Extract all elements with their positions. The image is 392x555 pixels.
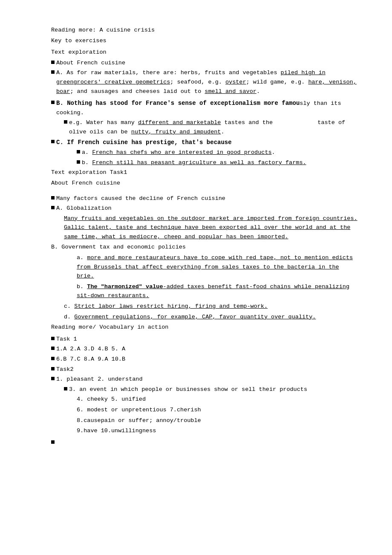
para-c-content: C. If French cuisine has prestige, that'… (56, 138, 232, 147)
item-c2-underline: Strict labor laws restrict hiring, firin… (74, 303, 268, 309)
item-a-content: a. French has chefs who are interested i… (82, 148, 275, 157)
task2-item-2: 3. an event in which people or businesse… (69, 385, 307, 394)
para-a2-body: Many fruits and vegetables on the outdoo… (64, 214, 358, 242)
task1-label: Task 1 (56, 335, 77, 344)
para-a-text4: ; and sausages and cheeses laid out to (70, 88, 205, 95)
bullet-icon-item-b (77, 160, 80, 164)
bullet-icon-task1 (51, 337, 55, 340)
eg-underline2: nutty, fruity and impudent (131, 129, 221, 135)
para-a-content: A. As for raw materials, there are: herb… (56, 68, 358, 96)
task1-answers2: 6.B 7.C 8.A 9.A 10.B (56, 355, 125, 364)
bullet-icon-task2-item2 (64, 387, 67, 390)
item-a2-content: a. more and more restaurateurs have to c… (77, 253, 358, 281)
bullet-icon-a (51, 70, 55, 74)
para-many-factors: Many factors caused the decline of Frenc… (56, 194, 225, 203)
bullet-icon-task1-answers2 (51, 357, 55, 360)
para-c-text: C. If French cuisine has prestige, that'… (56, 139, 232, 146)
about-french-cuisine2: About French cuisine (51, 179, 358, 188)
task1-answers: 1.A 2.A 3.D 4.B 5. A (56, 344, 125, 354)
para-a-label: A. As for raw materials, there are: herb… (56, 69, 281, 76)
para-a-text5: . (257, 88, 260, 95)
bullet-icon-b (51, 101, 55, 104)
para-a-underline2: oyster (225, 79, 246, 85)
item-a2-underline: more and more restaurateurs have to cope… (77, 254, 353, 279)
para-a-underline4: smell and savor (205, 88, 257, 95)
para-a-text2: ; seafood, e.g. (170, 79, 225, 85)
item-b-content: b. French still has peasant agriculture … (82, 158, 306, 168)
task2-item-4: 6. modest or unpretentious 7.cherish (77, 405, 358, 415)
task2-item-6: 9.have 10.unwillingness (77, 426, 358, 436)
item-d2-underline: Government regulations, for example, CAP… (74, 314, 316, 320)
item-a-underline: French has chefs who are interested in g… (92, 149, 271, 156)
item-b-underline: French still has peasant agriculture as … (92, 159, 306, 166)
para-b2-content: B. Government tax and economic policies (51, 243, 358, 252)
bullet-icon-c (51, 140, 55, 143)
bullet-icon-task2 (51, 367, 55, 370)
para-a2-underline: Many fruits and vegetables on the outdoo… (64, 215, 357, 240)
bullet-icon-task1-answers (51, 347, 55, 350)
title: Reading more: A cuisine crisis (51, 26, 358, 35)
task2-item-3: 4. cheeky 5. unified (77, 395, 358, 404)
bullet-icon-many (51, 196, 55, 199)
text-exploration-task1: Text exploration Task1 (51, 168, 358, 177)
task2-item-1: 1. pleasant 2. understand (56, 375, 143, 384)
task2-item-5: 8.causepain or suffer; annoy/trouble (77, 416, 358, 425)
reading-more-vocab: Reading more/ Vocabulary in action (51, 323, 358, 332)
bullet-icon (51, 61, 55, 64)
item-b2-bold-underline: The "harmonized" value (87, 283, 163, 290)
para-b-content: B. Nothing has stood for France's sense … (56, 98, 358, 117)
bullet-icon-a2 (51, 206, 55, 209)
item-d2-content: d. Government regulations, for example, … (64, 312, 358, 322)
bullet-icon-task2-item1 (51, 377, 55, 380)
para-a-text3: ; wild game, e.g. (246, 79, 308, 85)
task2-label: Task2 (56, 365, 74, 374)
page-container: Reading more: A cuisine crisis Key to ex… (51, 26, 358, 444)
bullet-icon-end (51, 440, 55, 444)
bullet-icon-eg (64, 120, 67, 124)
eg-underline1: different and marketable (138, 119, 221, 126)
para-a2-content: A. Globalization (56, 204, 112, 213)
para-b-text: B. Nothing has stood for France's sense … (56, 100, 300, 107)
item-b2-content: b. The "harmonized" value-added taxes be… (77, 282, 358, 301)
para-eg-content: e.g. Water has many different and market… (69, 118, 345, 136)
subtitle: Key to exercises (51, 36, 358, 46)
section-text-exploration: Text exploration (51, 48, 358, 57)
bullet-icon-item-a (77, 150, 80, 153)
item-c2-content: c. Strict labor laws restrict hiring, fi… (64, 302, 358, 311)
about-french-cuisine-header: About French cuisine (56, 58, 125, 68)
